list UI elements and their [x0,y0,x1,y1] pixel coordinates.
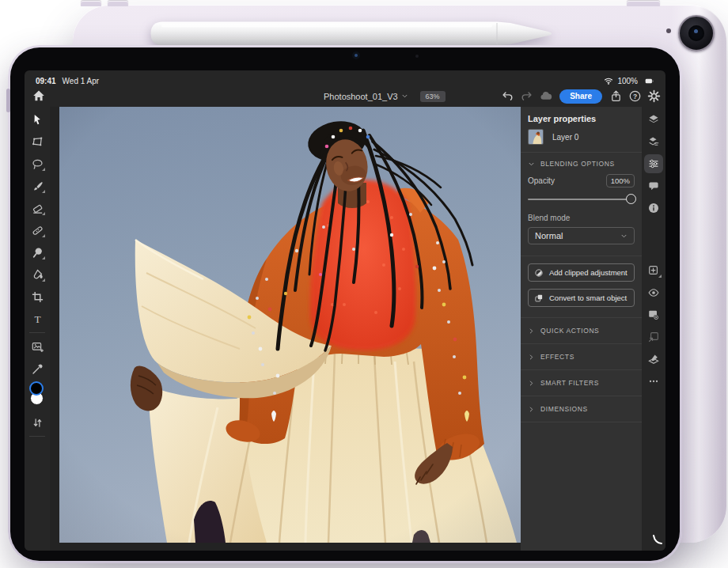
battery-percent: 100% [617,77,638,85]
layers-button[interactable] [644,110,663,129]
edit-controls-button[interactable] [644,154,663,173]
svg-text:?: ? [633,93,637,100]
smart-object-icon [534,293,544,303]
info-button[interactable] [644,199,663,218]
chevron-right-icon [528,380,535,387]
layer-mask-button[interactable] [644,305,663,324]
section-dimensions[interactable]: DIMENSIONS [521,396,642,422]
corner-highlight [652,534,663,545]
swap-colors-button[interactable] [28,413,47,432]
rear-camera [678,15,715,51]
opacity-slider[interactable] [528,194,635,205]
blending-options-header[interactable]: BLENDING OPTIONS [521,153,642,168]
mic-dot [666,28,671,33]
divider [521,422,642,422]
healing-brush-tool[interactable] [28,221,47,240]
clip-mask-button[interactable] [644,328,663,346]
layer-name: Layer 0 [552,133,578,142]
section-smart-filters[interactable]: SMART FILTERS [521,370,642,396]
eyedropper-tool[interactable] [28,359,47,378]
blend-mode-select[interactable]: Normal [528,227,635,244]
brush-tool[interactable] [28,176,47,195]
workspace: T [25,107,665,551]
adjustment-icon [534,268,544,278]
crop-tool[interactable] [28,287,47,306]
eraser-tool[interactable] [28,199,47,218]
layer-thumbnail [528,129,544,145]
home-icon[interactable] [32,89,46,103]
photoshop-app: 09:41 Wed 1 Apr 100% Photoshoot_01_V3 6 [25,70,665,551]
export-button[interactable] [609,89,623,103]
canvas[interactable] [50,107,521,551]
cloud-sync-button[interactable] [539,89,552,103]
marketing-stage: 09:41 Wed 1 Apr 100% Photoshoot_01_V3 6 [0,0,728,568]
divider [29,332,45,333]
bezel: 09:41 Wed 1 Apr 100% Photoshoot_01_V3 6 [10,47,680,561]
section-quick-actions[interactable]: QUICK ACTIONS [521,318,642,343]
chevron-right-icon [528,406,535,413]
settings-button[interactable] [647,89,661,103]
transform-tool[interactable] [28,132,47,151]
type-tool[interactable]: T [28,309,47,328]
section-effects[interactable]: EFFECTS [521,344,642,369]
convert-to-smart-object-button[interactable]: Convert to smart object [528,289,635,307]
chevron-down-icon [620,233,628,240]
foreground-color-swatch[interactable] [29,381,44,396]
tool-bar: T [25,107,50,551]
sensor-dot [415,55,419,58]
layer-visibility-button[interactable] [644,283,663,302]
status-bar: 09:41 Wed 1 Apr 100% [25,70,665,86]
front-ipad: 09:41 Wed 1 Apr 100% Photoshoot_01_V3 6 [8,45,682,563]
opacity-label: Opacity [528,176,555,185]
document-title[interactable]: Photoshoot_01_V3 [324,92,398,101]
svg-text:T: T [34,313,40,325]
volume-button [108,1,128,6]
apple-pencil [150,21,555,46]
taskbar [642,107,665,551]
layer-properties-button[interactable] [644,132,663,151]
divider [521,256,642,256]
divider [29,436,45,437]
dodge-tool[interactable] [28,243,47,262]
chevron-right-icon [528,354,535,361]
opacity-value[interactable]: 100% [606,174,635,187]
date: Wed 1 Apr [63,77,100,85]
add-clipped-adjustment-button[interactable]: Add clipped adjustment [528,263,635,282]
zoom-level-badge[interactable]: 63% [420,91,446,102]
lasso-select-tool[interactable] [28,154,47,173]
add-layer-button[interactable] [644,261,663,280]
place-photo-tool[interactable] [28,337,47,356]
layer-properties-panel: Layer properties Layer 0 BLENDING OPTION… [521,107,642,551]
layer-row[interactable]: Layer 0 [528,129,642,145]
top-button [627,1,660,6]
canvas-photo[interactable] [59,107,521,543]
help-button[interactable]: ? [628,89,642,103]
battery-icon [641,77,658,85]
slider-handle[interactable] [626,194,636,204]
more-options-button[interactable] [644,372,663,391]
fill-tool[interactable] [28,265,47,284]
panel-title: Layer properties [521,107,642,123]
move-tool[interactable] [28,110,47,129]
share-button[interactable]: Share [559,89,602,104]
chevron-down-icon[interactable] [401,93,408,100]
blend-mode-label: Blend mode [528,214,635,222]
wifi-icon [603,76,614,85]
chevron-right-icon [528,328,535,335]
comments-button[interactable] [644,176,663,195]
flatten-button[interactable] [644,350,663,369]
undo-button[interactable] [501,89,514,103]
front-camera [352,51,360,59]
title-bar: Photoshoot_01_V3 63% Share ? [25,85,665,107]
clock: 09:41 [36,77,56,85]
chevron-down-icon [528,161,535,168]
redo-button[interactable] [520,89,533,103]
volume-button [81,1,101,6]
color-swatches [28,381,47,410]
